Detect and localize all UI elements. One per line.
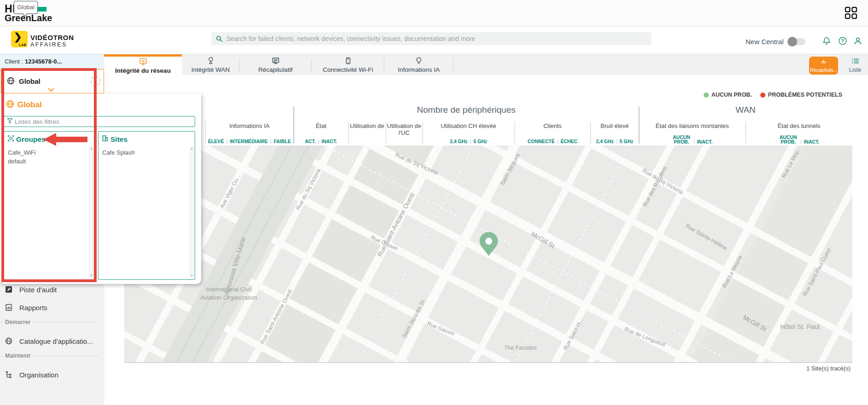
list-view-button[interactable]: Liste: [842, 58, 868, 74]
legend-label: AUCUN PROB.: [712, 92, 752, 98]
sidebar-item-organisation[interactable]: Organisation: [0, 369, 104, 380]
funnel-filter-icon: [7, 117, 13, 126]
summary-view-label: Récapitula...: [810, 67, 837, 73]
list-item[interactable]: Cafe_WiFi: [8, 148, 36, 157]
list-item[interactable]: default: [8, 157, 36, 166]
sidebar-item-piste-d-audit[interactable]: Piste d'audit: [0, 284, 104, 295]
sites-plotted-count: 1 Site(s) tracé(s): [806, 365, 851, 372]
search-input[interactable]: [226, 35, 647, 42]
tab-informations-ia[interactable]: Informations IA: [384, 54, 453, 75]
sidebar-item-label: Rapports: [19, 304, 47, 312]
sublabel: INACT.: [697, 139, 712, 144]
column-sublabels: AUCUN PROB.|INACT.: [746, 135, 852, 144]
videotron-lab-badge: LAB: [19, 43, 26, 46]
column-header: Utilisation de l'UC: [386, 121, 422, 145]
notifications-bell-icon[interactable]: [822, 36, 832, 48]
tabs: Intégrité du réseauIntégrité WANRécapitu…: [104, 54, 453, 75]
legend-item: AUCUN PROB.: [704, 92, 752, 98]
tab-label: Connectivité Wi-Fi: [323, 66, 373, 73]
sublabel: CONNECTÉ: [527, 139, 555, 144]
scroll-up-icon[interactable]: ▲: [90, 147, 93, 150]
tab-connectivit-wi-fi[interactable]: Connectivité Wi-Fi: [312, 54, 384, 75]
scroll-up-icon[interactable]: ▲: [190, 147, 193, 150]
list-view-label: Liste: [849, 67, 861, 73]
new-central-label: New Central: [746, 38, 784, 46]
summary-view-button[interactable]: Récapitula...: [809, 57, 838, 75]
street-label: International Civil: [206, 286, 252, 293]
report-icon: [5, 303, 13, 312]
column-title: Utilisation de l'UC: [386, 122, 422, 136]
app-header-bar: ❯ LAB VIDÉOTRON AFFAIRES New Central ?: [0, 26, 868, 54]
brand-subtitle: AFFAIRES: [30, 41, 67, 48]
groups-title: Groupes: [16, 135, 46, 144]
global-search[interactable]: [211, 32, 651, 45]
bulb-icon: [415, 57, 423, 66]
phone-wifi-icon: [344, 57, 352, 66]
sidebar-item-catalogue-d-applicatio-[interactable]: Catalogue d'applicatio...: [0, 336, 104, 347]
street-label: The Farsides: [504, 345, 537, 351]
audit-icon: [5, 285, 13, 294]
column-title: Bruit élevé: [590, 122, 639, 129]
street-label: Aviation Organization: [200, 294, 257, 301]
street-label: Hôtel St. Paul: [780, 323, 820, 330]
greenlake-logo-text: GreenLake: [5, 13, 52, 23]
groups-listbox: Groupes Cafe_WiFidefault ▲▼: [4, 131, 95, 280]
sublabel: INTERMÉDIAIRE: [230, 139, 268, 144]
filter-search-box[interactable]: [4, 116, 195, 127]
brand-name: VIDÉOTRON: [30, 34, 74, 41]
column-title: État des tunnels: [746, 122, 852, 129]
column-header: État des liaisons montantesAUCUN PROB.|I…: [639, 121, 746, 145]
global-context-selector[interactable]: Global: [1, 69, 104, 93]
chevron-down-icon[interactable]: [47, 86, 55, 94]
sublabel: 2,4 GHz: [596, 139, 614, 144]
column-sublabels: 2,4 GHz|5 GHz: [590, 139, 639, 144]
summary-icon: [272, 57, 280, 66]
sidebar-section-maintenir: Maintenir: [0, 353, 104, 359]
videotron-logo-icon: ❯ LAB: [11, 31, 28, 47]
filter-dropdown-panel: Global Groupes Cafe_WiFidefault ▲▼ Sites…: [0, 93, 201, 284]
column-title: État: [294, 122, 348, 129]
app-grid-icon[interactable]: [844, 6, 859, 21]
column-group-title: Nombre de périphériques: [294, 105, 639, 118]
sidebar-item-rapports[interactable]: Rapports: [0, 302, 104, 313]
sublabel: INACT.: [804, 139, 819, 144]
search-icon: [216, 35, 223, 42]
legend-item: PROBLÈMES POTENTIELS: [760, 92, 842, 98]
column-header: Bruit élevé2,4 GHz|5 GHz: [590, 121, 639, 145]
sites-map[interactable]: Ave Viger Ou...Autoroute Ville-MarieRue …: [124, 145, 852, 363]
sites-title: Sites: [110, 135, 127, 144]
column-header: Informations IAÉLEVÉ|INTERMÉDIAIRE|FAIBL…: [205, 121, 294, 145]
scroll-down-icon[interactable]: ▼: [190, 274, 193, 277]
column-title: Utilisation CH élevée: [422, 122, 515, 129]
client-id: 12345678-0...: [25, 58, 62, 65]
column-title: État des liaisons montantes: [639, 122, 746, 129]
sublabel: FAIBLE: [274, 139, 291, 144]
greenlake-header-bar: HPE GreenLake: [0, 0, 868, 26]
new-central-toggle[interactable]: [789, 38, 805, 45]
globe-icon: [6, 76, 15, 87]
tab-label: Intégrité WAN: [191, 66, 230, 73]
user-account-icon[interactable]: [853, 36, 863, 48]
column-header: État des tunnelsAUCUN PROB.|INACT.: [746, 121, 852, 145]
groups-scrollbar[interactable]: ▲▼: [89, 146, 93, 278]
tab-r-capitulatif[interactable]: Récapitulatif: [239, 54, 312, 75]
sublabel: 5 GHz: [474, 139, 487, 144]
scroll-down-icon[interactable]: ▼: [90, 274, 93, 277]
building-icon: [102, 135, 109, 144]
sidebar-item-label: Organisation: [19, 371, 58, 379]
site-map-pin-icon[interactable]: [477, 232, 501, 258]
filter-input[interactable]: [15, 118, 192, 125]
list-item[interactable]: Cafe Splash: [102, 148, 135, 157]
globe-icon: [5, 337, 13, 345]
sublabel: AUCUN PROB.: [779, 135, 798, 144]
tab-int-grit-wan[interactable]: Intégrité WAN: [182, 54, 239, 75]
toggle-knob[interactable]: [787, 37, 797, 46]
column-header: Utilisation de: [348, 121, 386, 145]
help-icon[interactable]: ?: [838, 36, 848, 48]
column-sublabels: CONNECTÉ|ÉCHEC: [515, 139, 590, 144]
column-sublabels: AUCUN PROB.|INACT.: [639, 135, 746, 144]
sites-scrollbar[interactable]: ▲▼: [190, 146, 194, 278]
sublabel: ACT.: [305, 139, 316, 144]
tab-int-grit-du-r-seau[interactable]: Intégrité du réseau: [104, 54, 182, 75]
column-header: ÉtatACT.|INACT.: [294, 121, 348, 145]
